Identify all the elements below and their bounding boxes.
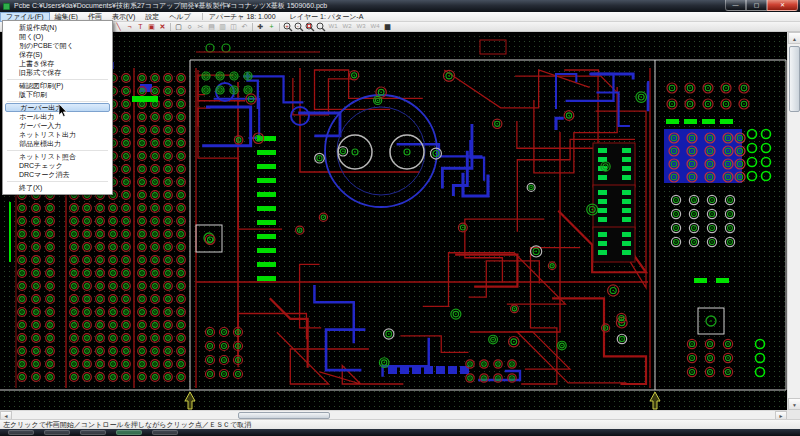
- window-title: Pcbe C:¥Users¥da¥Documents¥技術系27ココアップ開発¥…: [14, 0, 797, 12]
- zoom-in-tool-icon[interactable]: +: [282, 22, 293, 32]
- window-1-button[interactable]: W1: [326, 22, 340, 32]
- text-tool-icon[interactable]: T: [135, 22, 146, 32]
- menu-separator: [7, 79, 108, 80]
- menubar-item-4[interactable]: 設定: [140, 12, 164, 22]
- line-tool-icon[interactable]: ╲: [113, 22, 124, 32]
- taskbar-button[interactable]: [80, 430, 106, 435]
- rotate-tool-icon[interactable]: ↶: [239, 22, 250, 32]
- zoom-out-tool-icon[interactable]: -: [293, 22, 304, 32]
- delete-tool-icon[interactable]: ✕: [157, 22, 168, 32]
- app-icon: [3, 3, 10, 10]
- cut-tool-icon[interactable]: ✂: [195, 22, 206, 32]
- file-menu-item-0[interactable]: 新規作成(N): [5, 23, 110, 32]
- file-menu-item-13[interactable]: ネットリスト照合: [5, 152, 110, 161]
- file-menu-item-15[interactable]: DRCマーク消去: [5, 170, 110, 179]
- maximize-button[interactable]: ▢: [746, 0, 767, 11]
- file-menu-item-1[interactable]: 開く(O): [5, 32, 110, 41]
- toolbar-separator: [170, 23, 171, 31]
- statusbar: 左クリックで作画開始／コントロールを押しながらクリック点／ＥＳＣで取消: [0, 419, 800, 429]
- fill-tool-icon[interactable]: ▣: [146, 22, 157, 32]
- file-menu-item-4[interactable]: 上書き保存: [5, 59, 110, 68]
- move-tool-icon[interactable]: ✚: [255, 22, 266, 32]
- menubar: ファイル(F)編集(E)作画表示(V)設定ヘルプアパーチャ 18: 1.000レ…: [0, 12, 800, 22]
- scroll-down-arrow[interactable]: ▼: [788, 398, 800, 410]
- file-menu-item-16[interactable]: 終了(X): [5, 183, 110, 192]
- menu-separator: [7, 181, 108, 182]
- svg-text:+: +: [285, 22, 288, 28]
- file-menu-item-6[interactable]: 確認図印刷(P): [5, 81, 110, 90]
- file-menu-item-2[interactable]: 別のPCBEで開く: [5, 41, 110, 50]
- menu-separator: [7, 150, 108, 151]
- vertical-scrollbar[interactable]: ▲ ▼: [787, 32, 800, 410]
- window-3-button[interactable]: W3: [354, 22, 368, 32]
- taskbar-button[interactable]: [8, 430, 34, 435]
- menubar-item-5[interactable]: ヘルプ: [164, 12, 196, 22]
- toolbar-separator: [252, 23, 253, 31]
- pcb-artwork: [0, 32, 787, 410]
- windows-taskbar: [0, 429, 800, 436]
- pcbe-window: Pcbe C:¥Users¥da¥Documents¥技術系27ココアップ開発¥…: [0, 0, 800, 436]
- zoom-window-tool-icon[interactable]: [304, 22, 315, 32]
- zoom-fit-tool-icon[interactable]: [315, 22, 326, 32]
- paste-tool-icon[interactable]: ▥: [217, 22, 228, 32]
- file-menu-item-11[interactable]: ネットリスト出力: [5, 130, 110, 139]
- taskbar-button[interactable]: [44, 430, 70, 435]
- rect-select-tool-icon[interactable]: ▢: [173, 22, 184, 32]
- file-menu-item-5[interactable]: 旧形式で保存: [5, 68, 110, 77]
- file-menu-item-7[interactable]: 版下印刷: [5, 90, 110, 99]
- menubar-divider: [202, 13, 203, 20]
- file-menu-item-12[interactable]: 部品座標出力: [5, 139, 110, 148]
- close-button[interactable]: ✕: [767, 0, 798, 11]
- pcb-canvas[interactable]: [0, 32, 787, 410]
- circle-select-tool-icon[interactable]: ○: [184, 22, 195, 32]
- horizontal-scroll-thumb[interactable]: [238, 412, 330, 419]
- scroll-up-arrow[interactable]: ▲: [788, 32, 800, 44]
- file-menu-item-3[interactable]: 保存(S): [5, 50, 110, 59]
- file-menu-item-10[interactable]: ガーバー入力: [5, 121, 110, 130]
- scrollbar-corner: [787, 410, 800, 419]
- taskbar-button[interactable]: [152, 430, 178, 435]
- window-4-button[interactable]: W4: [368, 22, 382, 32]
- menu-separator: [7, 101, 108, 102]
- titlebar: Pcbe C:¥Users¥da¥Documents¥技術系27ココアップ開発¥…: [0, 0, 800, 12]
- horizontal-scrollbar[interactable]: ◄ ►: [0, 410, 787, 419]
- minimize-button[interactable]: —: [725, 0, 746, 11]
- layer-status: レイヤー 1: パターン-A: [290, 12, 364, 22]
- toolbar: ╲¬T▣✕▢○✂▤▥◫↶✚++-W1W2W3W4▦: [0, 22, 800, 32]
- origin-crosshair-tool-icon[interactable]: +: [266, 22, 277, 32]
- window-controls: — ▢ ✕: [725, 0, 798, 11]
- grid-toggle[interactable]: ▦: [382, 22, 393, 32]
- svg-text:-: -: [297, 22, 299, 28]
- taskbar-button[interactable]: [116, 430, 142, 435]
- window-2-button[interactable]: W2: [340, 22, 354, 32]
- aperture-status: アパーチャ 18: 1.000: [209, 12, 276, 22]
- mirror-tool-icon[interactable]: ◫: [228, 22, 239, 32]
- status-hint-text: 左クリックで作画開始／コントロールを押しながらクリック点／ＥＳＣで取消: [3, 421, 251, 428]
- toolbar-separator: [279, 23, 280, 31]
- vertical-scroll-thumb[interactable]: [789, 46, 800, 112]
- mouse-cursor: [58, 104, 68, 118]
- file-menu-item-14[interactable]: DRCチェック: [5, 161, 110, 170]
- polyline-tool-icon[interactable]: ¬: [124, 22, 135, 32]
- copy-tool-icon[interactable]: ▤: [206, 22, 217, 32]
